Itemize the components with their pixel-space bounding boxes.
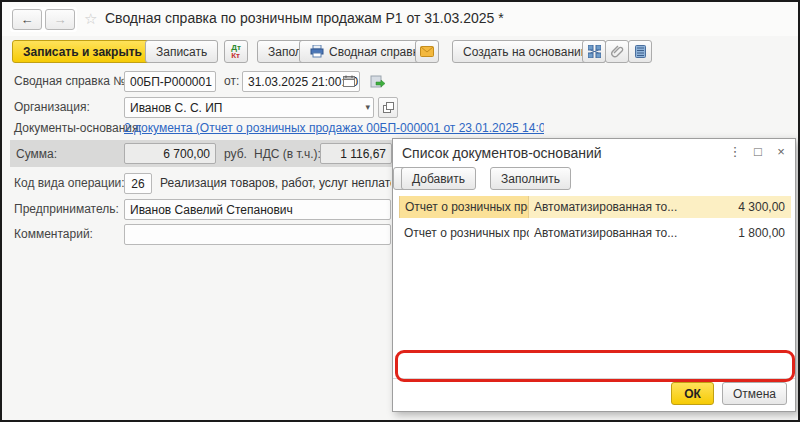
dtkt-postings-button[interactable]: ДтКт	[224, 40, 248, 63]
date-value: 31.03.2025 21:00:00	[248, 75, 358, 89]
related-documents-button[interactable]	[582, 40, 606, 63]
base-documents-label: Документы-основания:	[14, 121, 142, 135]
forward-arrow-icon: →	[54, 12, 67, 27]
dialog-fill-button[interactable]: Заполнить	[490, 167, 571, 190]
organization-label: Организация:	[14, 100, 90, 114]
comment-field[interactable]	[124, 224, 391, 245]
close-icon[interactable]: ×	[774, 144, 788, 159]
entrepreneur-label: Предприниматель:	[14, 202, 119, 216]
entrepreneur-field[interactable]: Иванов Савелий Степанович	[124, 199, 391, 220]
number-field[interactable]: 00БП-Р000001	[124, 71, 216, 92]
title-bar: ← → ☆ Сводная справка по розничным прода…	[2, 2, 798, 36]
dialog-title: Список документов-оснований	[402, 145, 602, 161]
organization-value: Иванов С. С. ИП	[130, 101, 222, 115]
dialog-footer: ОК Отмена	[671, 382, 787, 405]
document-cell[interactable]: Отчет о розничных прод...	[399, 222, 529, 244]
base-documents-dialog: Список документов-оснований ⋮ □ × Добави…	[392, 138, 796, 412]
list-item[interactable]: Отчет о розничных прод... Автоматизирова…	[399, 222, 791, 244]
forward-button[interactable]: →	[45, 9, 75, 30]
list-report-icon	[635, 45, 646, 58]
organization-field[interactable]: Иванов С. С. ИП ▾	[124, 97, 374, 118]
page-title: Сводная справка по розничным продажам Р1…	[105, 10, 504, 26]
save-button[interactable]: Записать	[145, 40, 218, 63]
base-documents-link[interactable]: 2 документа (Отчет о розничных продажах …	[124, 121, 544, 135]
number-label: Сводная справка №:	[14, 74, 129, 88]
currency-label: руб.	[224, 147, 247, 161]
dtkt-icon: ДтКт	[231, 44, 241, 60]
amount-label: Сумма:	[16, 147, 57, 161]
warehouse-cell[interactable]: Автоматизированная то...	[529, 200, 689, 214]
envelope-icon	[420, 46, 434, 57]
list-item[interactable]: Отчет о розничных прод... Автоматизирова…	[399, 196, 791, 218]
attachments-button[interactable]	[605, 40, 629, 63]
operation-code-field[interactable]: 26	[124, 173, 152, 194]
warehouse-cell[interactable]: Автоматизированная то...	[529, 226, 689, 240]
operation-code-label: Код вида операции:	[14, 176, 125, 190]
date-field[interactable]: 31.03.2025 21:00:00	[242, 71, 360, 92]
comment-label: Комментарий:	[14, 227, 93, 241]
save-and-close-button[interactable]: Записать и закрыть	[12, 40, 153, 63]
add-button[interactable]: Добавить	[401, 167, 476, 190]
amount-field[interactable]: 6 700,00	[124, 143, 216, 164]
open-organization-button[interactable]	[378, 97, 398, 118]
structure-icon	[588, 45, 601, 58]
document-cell[interactable]: Отчет о розничных прод...	[399, 196, 529, 218]
dialog-footer-divider	[393, 378, 795, 379]
calendar-icon[interactable]	[343, 75, 355, 87]
maximize-icon[interactable]: □	[751, 144, 765, 159]
app-window: ← → ☆ Сводная справка по розничным прода…	[0, 0, 800, 422]
toolbar: Записать и закрыть Записать ДтКт Заполни…	[2, 40, 798, 66]
cancel-button[interactable]: Отмена	[722, 382, 787, 405]
amount-cell[interactable]: 4 300,00	[689, 200, 791, 214]
post-document-button[interactable]	[368, 71, 388, 92]
kebab-menu-icon[interactable]: ⋮	[728, 144, 742, 159]
date-label: от:	[224, 74, 239, 88]
register-records-button[interactable]	[628, 40, 652, 63]
dialog-command-bar: Добавить Заполнить Еще -	[393, 167, 795, 193]
favorite-star-icon[interactable]: ☆	[84, 10, 97, 28]
chevron-down-icon[interactable]: ▾	[365, 102, 370, 112]
nav-group: ← →	[10, 7, 77, 32]
paperclip-icon	[611, 45, 624, 58]
summary-report-label: Сводная справка	[329, 45, 425, 59]
envelope-button[interactable]	[415, 40, 439, 63]
ok-button[interactable]: ОК	[671, 382, 714, 405]
printer-icon	[310, 45, 324, 58]
back-arrow-icon: ←	[21, 12, 34, 27]
base-documents-list: Отчет о розничных прод... Автоматизирова…	[399, 196, 791, 244]
vat-field[interactable]: 1 116,67	[320, 143, 392, 164]
operation-code-description: Реализация товаров, работ, услуг неплате…	[160, 176, 391, 190]
post-document-icon	[370, 75, 386, 89]
vat-label: НДС (в т.ч.):	[254, 147, 321, 161]
back-button[interactable]: ←	[12, 9, 42, 30]
dialog-system-buttons: ⋮ □ ×	[728, 144, 788, 159]
open-link-icon	[383, 102, 394, 113]
amount-cell[interactable]: 1 800,00	[689, 226, 791, 240]
